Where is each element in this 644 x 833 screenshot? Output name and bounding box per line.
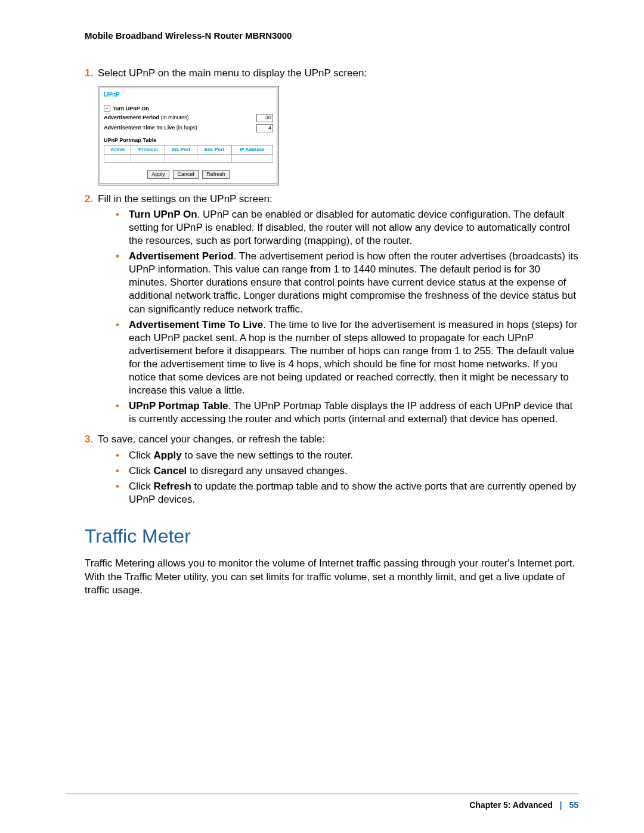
footer-chapter: Chapter 5: Advanced bbox=[469, 800, 553, 810]
step-3: 3. To save, cancel your changes, or refr… bbox=[85, 433, 578, 508]
col-ip: IP Address bbox=[231, 145, 273, 154]
bullet-title: Turn UPnP On bbox=[129, 209, 197, 220]
bullet-icon: • bbox=[116, 318, 129, 398]
table-row bbox=[104, 154, 273, 162]
strong-text: Refresh bbox=[154, 481, 191, 492]
bullet-title: Advertisement Period bbox=[129, 250, 234, 262]
pre-text: Click bbox=[129, 450, 154, 461]
upnp-title: UPnP bbox=[104, 91, 273, 98]
strong-text: Cancel bbox=[154, 465, 187, 476]
doc-header: Mobile Broadband Wireless-N Router MBRN3… bbox=[85, 30, 578, 42]
bullet-title: UPnP Portmap Table bbox=[129, 400, 228, 411]
bullet-apply: • Click Apply to save the new settings t… bbox=[116, 449, 578, 462]
strong-text: Apply bbox=[154, 450, 182, 461]
pre-text: Click bbox=[129, 481, 154, 492]
upnp-screenshot: UPnP ✓ Turn UPnP On Advertisement Period… bbox=[98, 86, 279, 185]
refresh-button[interactable]: Refresh bbox=[202, 170, 230, 179]
footer-rule bbox=[66, 794, 578, 794]
step-number: 1. bbox=[85, 67, 98, 80]
bullet-title: Advertisement Time To Live bbox=[129, 319, 263, 330]
bullet-text: . The time to live for the advertisement… bbox=[129, 319, 577, 396]
bullet-ttl: • Advertisement Time To Live. The time t… bbox=[116, 318, 578, 398]
step-text: Fill in the settings on the UPnP screen: bbox=[98, 193, 578, 206]
portmap-title: UPnP Portmap Table bbox=[104, 137, 273, 144]
step-number: 2. bbox=[85, 193, 98, 429]
adv-period-input[interactable]: 30 bbox=[256, 114, 273, 122]
ttl-label: Advertisement Time To Live bbox=[104, 125, 175, 131]
col-int-port: Int. Port bbox=[165, 145, 197, 154]
post-text: to save the new settings to the router. bbox=[182, 450, 353, 461]
page-footer: Chapter 5: Advanced | 55 bbox=[469, 800, 578, 810]
apply-button[interactable]: Apply bbox=[147, 170, 169, 179]
turn-upnp-on-checkbox[interactable]: ✓ bbox=[104, 106, 110, 112]
bullet-refresh: • Click Refresh to update the portmap ta… bbox=[116, 480, 578, 506]
bullet-icon: • bbox=[116, 449, 129, 462]
bullet-icon: • bbox=[116, 400, 129, 426]
col-protocol: Protocol bbox=[131, 145, 165, 154]
section-heading-traffic-meter: Traffic Meter bbox=[85, 524, 578, 549]
step-2: 2. Fill in the settings on the UPnP scre… bbox=[85, 193, 578, 429]
cancel-button[interactable]: Cancel bbox=[173, 170, 198, 179]
post-text: to update the portmap table and to show … bbox=[129, 481, 576, 505]
step-text: To save, cancel your changes, or refresh… bbox=[98, 433, 578, 446]
step-1: 1. Select UPnP on the main menu to displ… bbox=[85, 67, 578, 80]
adv-period-unit: (in minutes) bbox=[159, 114, 189, 120]
bullet-cancel: • Click Cancel to disregard any unsaved … bbox=[116, 465, 578, 478]
bullet-adv-period: • Advertisement Period. The advertisemen… bbox=[116, 250, 578, 315]
post-text: to disregard any unsaved changes. bbox=[187, 465, 347, 476]
ttl-input[interactable]: 4 bbox=[256, 124, 273, 132]
portmap-table: Active Protocol Int. Port Ext. Port IP A… bbox=[104, 145, 273, 162]
turn-upnp-on-label: Turn UPnP On bbox=[113, 106, 149, 113]
step-text: Select UPnP on the main menu to display … bbox=[98, 67, 578, 80]
bullet-icon: • bbox=[116, 208, 129, 247]
pre-text: Click bbox=[129, 465, 154, 476]
bullet-turn-upnp-on: • Turn UPnP On. UPnP can be enabled or d… bbox=[116, 208, 578, 247]
ttl-unit: (in hops) bbox=[175, 125, 197, 131]
bullet-portmap: • UPnP Portmap Table. The UPnP Portmap T… bbox=[116, 400, 578, 426]
bullet-icon: • bbox=[116, 250, 129, 315]
col-ext-port: Ext. Port bbox=[197, 145, 232, 154]
footer-page-number: 55 bbox=[569, 800, 578, 810]
col-active: Active bbox=[104, 145, 131, 154]
bullet-icon: • bbox=[116, 480, 129, 506]
footer-sep: | bbox=[560, 800, 562, 810]
adv-period-label: Advertisement Period bbox=[104, 114, 159, 120]
bullet-icon: • bbox=[116, 465, 129, 478]
traffic-meter-paragraph: Traffic Metering allows you to monitor t… bbox=[85, 557, 578, 596]
step-number: 3. bbox=[85, 433, 98, 508]
